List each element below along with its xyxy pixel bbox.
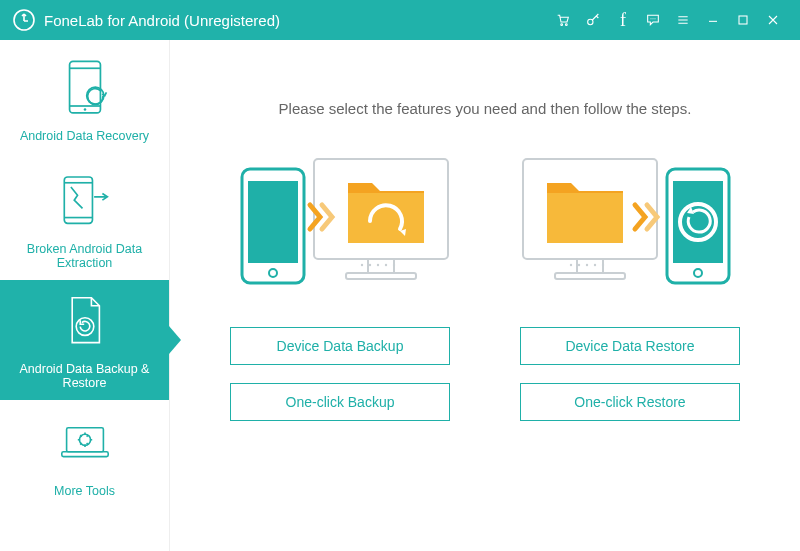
sidebar-item-broken[interactable]: Broken Android Data Extraction [0,160,169,280]
svg-point-34 [569,264,571,266]
svg-point-4 [650,18,651,19]
device-data-backup-button[interactable]: Device Data Backup [230,327,450,365]
phone-recovery-icon [56,57,114,119]
options-grid: Device Data Backup Device Data Restore O… [200,327,770,421]
svg-point-11 [83,108,86,111]
sidebar-item-recovery[interactable]: Android Data Recovery [0,40,169,160]
svg-point-25 [376,264,378,266]
svg-rect-29 [248,181,298,263]
broken-phone-icon [56,170,114,232]
sidebar-item-label: Android Data Recovery [20,129,149,143]
svg-rect-17 [66,428,103,452]
close-button[interactable] [758,0,788,40]
sidebar-item-label: Android Data Backup & Restore [6,362,163,390]
svg-point-36 [585,264,587,266]
main-panel: Please select the features you need and … [170,40,800,551]
svg-rect-18 [61,452,107,457]
instruction-text: Please select the features you need and … [200,100,770,117]
sidebar-item-label: Broken Android Data Extraction [6,242,163,270]
svg-rect-13 [64,177,92,223]
svg-point-24 [368,264,370,266]
svg-rect-32 [577,259,603,273]
svg-point-27 [392,264,394,266]
svg-rect-7 [739,16,747,24]
svg-rect-33 [555,273,625,279]
svg-point-16 [76,318,94,336]
svg-point-3 [588,19,593,24]
tools-icon [56,412,114,474]
cart-icon[interactable] [548,0,578,40]
svg-rect-21 [368,259,394,273]
facebook-icon[interactable]: f [608,0,638,40]
svg-point-23 [360,264,362,266]
one-click-restore-button[interactable]: One-click Restore [520,383,740,421]
key-icon[interactable] [578,0,608,40]
sidebar-item-more-tools[interactable]: More Tools [0,400,169,510]
svg-point-2 [565,24,567,26]
file-restore-icon [56,290,114,352]
svg-point-38 [601,264,603,266]
restore-illustration [513,147,743,297]
svg-point-37 [593,264,595,266]
minimize-button[interactable] [698,0,728,40]
svg-point-1 [561,24,563,26]
menu-icon[interactable] [668,0,698,40]
device-data-restore-button[interactable]: Device Data Restore [520,327,740,365]
sidebar-item-label: More Tools [54,484,115,498]
app-title: FoneLab for Android (Unregistered) [44,12,280,29]
svg-point-26 [384,264,386,266]
app-logo-icon [12,8,36,32]
svg-point-35 [577,264,579,266]
maximize-button[interactable] [728,0,758,40]
sidebar-item-backup-restore[interactable]: Android Data Backup & Restore [0,280,169,400]
illustration-row [200,147,770,297]
svg-rect-22 [346,273,416,279]
title-bar: FoneLab for Android (Unregistered) f [0,0,800,40]
backup-illustration [228,147,458,297]
one-click-backup-button[interactable]: One-click Backup [230,383,450,421]
sidebar: Android Data Recovery Broken Android Dat… [0,40,170,551]
svg-point-6 [654,18,655,19]
feedback-icon[interactable] [638,0,668,40]
svg-point-5 [652,18,653,19]
